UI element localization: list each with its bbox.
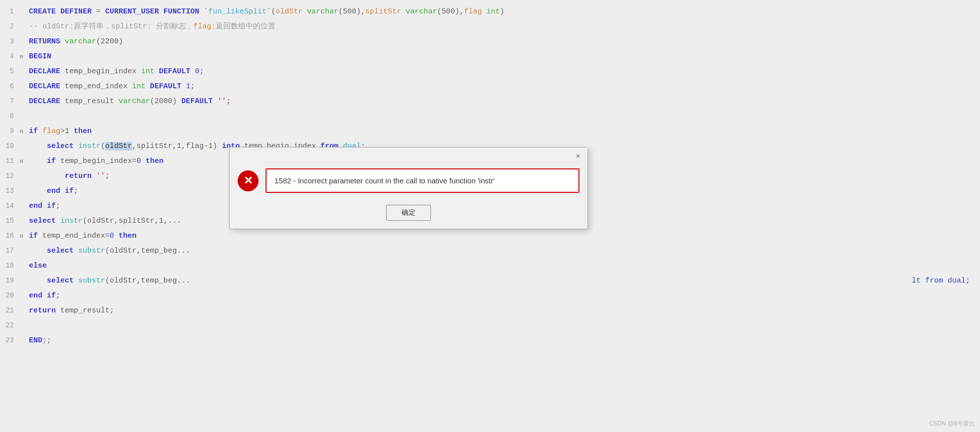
dialog-footer: 确定 (230, 203, 587, 229)
dialog-ok-button[interactable]: 确定 (386, 205, 431, 221)
dialog-body: ✕ 1582 - Incorrect parameter count in th… (230, 163, 587, 203)
error-dialog: × ✕ 1582 - Incorrect parameter count in … (229, 147, 588, 229)
error-icon: ✕ (238, 170, 259, 191)
dialog-titlebar: × (230, 147, 587, 163)
error-message: 1582 - Incorrect parameter count in the … (266, 168, 579, 193)
dialog-close-button[interactable]: × (572, 150, 583, 161)
code-editor: 1 CREATE DEFINER = CURRENT_USER FUNCTION… (0, 0, 980, 432)
dialog-overlay: × ✕ 1582 - Incorrect parameter count in … (0, 0, 980, 432)
